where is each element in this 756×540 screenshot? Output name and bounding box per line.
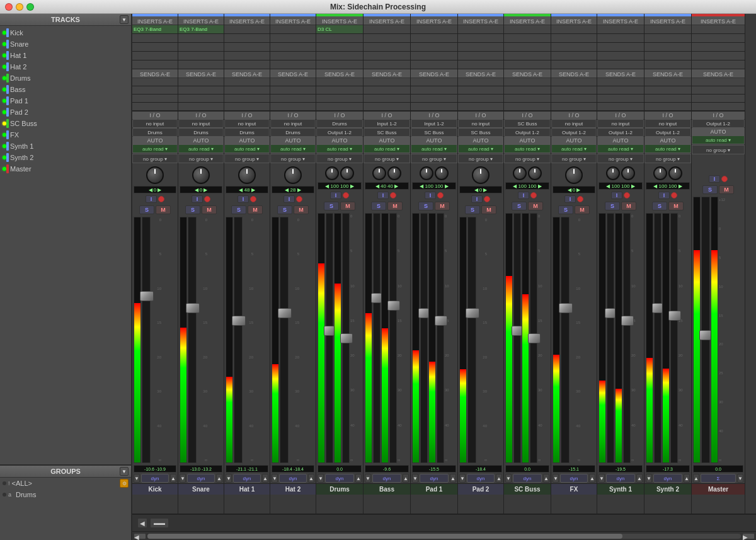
insert-slot-0[interactable] <box>551 25 597 34</box>
group-dropdown[interactable]: no group ▾ <box>551 154 597 163</box>
send-slot-2[interactable] <box>270 95 316 103</box>
auto-dropdown[interactable]: auto read ▾ <box>551 144 597 153</box>
pan-knob[interactable] <box>146 166 164 184</box>
input-btn[interactable]: I <box>377 192 389 199</box>
send-slot-3[interactable] <box>132 103 178 111</box>
send-slot-1[interactable] <box>644 86 691 95</box>
send-slot-3[interactable] <box>364 103 410 111</box>
insert-slot-1[interactable] <box>132 34 178 43</box>
down-arrow[interactable]: ▼ <box>459 474 466 483</box>
solo-btn[interactable]: S <box>418 202 433 210</box>
insert-slot-2[interactable] <box>458 43 503 52</box>
record-btn[interactable] <box>530 192 537 198</box>
window-controls[interactable] <box>5 3 34 11</box>
send-slot-1[interactable] <box>692 86 745 95</box>
group-dropdown[interactable]: no group ▾ <box>411 154 457 163</box>
insert-slot-4[interactable] <box>364 60 410 69</box>
auto-dropdown[interactable]: auto read ▾ <box>458 144 503 153</box>
insert-slot-1[interactable] <box>551 34 597 43</box>
up-arrow[interactable]: ▲ <box>589 474 595 483</box>
auto-dropdown[interactable]: auto read ▾ <box>504 144 551 153</box>
dyn-btn[interactable]: dyn <box>467 474 495 483</box>
send-slot-0[interactable] <box>270 78 316 86</box>
input-btn[interactable]: I <box>330 192 341 199</box>
insert-slot-4[interactable] <box>551 60 597 69</box>
insert-slot-4[interactable] <box>132 60 178 69</box>
insert-slot-3[interactable] <box>316 52 363 60</box>
send-slot-1[interactable] <box>551 86 597 95</box>
pan-knob-r[interactable] <box>528 166 542 180</box>
insert-slot-2[interactable] <box>551 43 597 52</box>
insert-slot-3[interactable] <box>551 52 597 60</box>
fader-thumb-r[interactable] <box>387 301 400 311</box>
fader-rail-l[interactable] <box>654 213 662 463</box>
send-slot-0[interactable] <box>504 78 551 86</box>
send-slot-3[interactable] <box>270 103 316 111</box>
send-slot-0[interactable] <box>458 78 503 86</box>
up-arrow[interactable]: ▲ <box>450 474 456 483</box>
insert-slot-3[interactable] <box>178 52 224 60</box>
solo-btn[interactable]: S <box>185 205 200 214</box>
insert-slot-4[interactable] <box>270 60 316 69</box>
send-slot-2[interactable] <box>364 95 410 103</box>
insert-slot-0[interactable] <box>458 25 503 34</box>
output-dropdown[interactable]: Output 1-2 <box>597 128 644 137</box>
fader-rail[interactable] <box>561 217 570 463</box>
insert-slot-4[interactable] <box>644 60 691 69</box>
insert-slot-0[interactable]: EQ3 7-Band <box>132 25 178 34</box>
send-slot-2[interactable] <box>597 95 644 103</box>
group-dropdown[interactable]: no group ▾ <box>270 154 316 163</box>
track-item-hat2[interactable]: Hat 2 <box>0 61 131 72</box>
insert-slot-3[interactable] <box>411 52 457 60</box>
send-slot-2[interactable] <box>316 95 363 103</box>
fader-thumb-r[interactable] <box>668 311 681 321</box>
record-btn[interactable] <box>343 192 349 198</box>
output-dropdown[interactable]: Output 1-2 <box>504 128 551 137</box>
fader-rail-r[interactable] <box>342 213 350 463</box>
mute-btn[interactable]: M <box>668 202 684 210</box>
send-slot-3[interactable] <box>692 103 745 111</box>
down-arrow[interactable]: ▼ <box>272 474 278 483</box>
input-btn[interactable]: I <box>238 195 249 203</box>
input-dropdown[interactable]: no input <box>644 119 691 128</box>
input-btn[interactable]: I <box>564 195 576 203</box>
up-arrow[interactable]: ▲ <box>496 474 502 483</box>
group-dropdown[interactable]: no group ▾ <box>458 154 503 163</box>
pan-knob-l[interactable] <box>325 166 339 180</box>
pan-knob-l[interactable] <box>606 166 620 180</box>
send-slot-1[interactable] <box>132 86 178 95</box>
insert-slot-0[interactable] <box>504 25 551 34</box>
solo-btn[interactable]: S <box>652 202 667 210</box>
send-slot-2[interactable] <box>224 95 270 103</box>
send-slot-0[interactable] <box>644 78 691 86</box>
insert-slot-4[interactable] <box>458 60 503 69</box>
output-dropdown[interactable]: Output 1-2 <box>551 128 597 137</box>
pan-knob-r[interactable] <box>435 166 449 180</box>
insert-slot-2[interactable] <box>316 43 363 52</box>
send-slot-0[interactable] <box>132 78 178 86</box>
pan-knob-r[interactable] <box>340 166 354 180</box>
send-slot-0[interactable] <box>364 78 410 86</box>
record-btn[interactable] <box>437 192 444 198</box>
group-drums[interactable]: a Drums <box>0 489 131 500</box>
pan-knob[interactable] <box>565 166 583 184</box>
insert-slot-0[interactable] <box>597 25 644 34</box>
output-dropdown[interactable]: SC Buss <box>364 128 410 137</box>
down-arrow[interactable]: ▼ <box>598 474 605 483</box>
record-btn[interactable] <box>671 192 677 198</box>
down-arrow[interactable]: ▼ <box>134 474 140 483</box>
close-button[interactable] <box>5 3 13 11</box>
send-slot-3[interactable] <box>178 103 224 111</box>
send-slot-3[interactable] <box>316 103 363 111</box>
send-slot-3[interactable] <box>504 103 551 111</box>
fader-rail[interactable] <box>467 217 476 463</box>
input-dropdown[interactable]: no input <box>270 119 316 128</box>
send-slot-1[interactable] <box>178 86 224 95</box>
fader-thumb-r[interactable] <box>435 316 447 326</box>
insert-slot-2[interactable] <box>644 43 691 52</box>
auto-dropdown[interactable]: auto read ▾ <box>132 144 178 153</box>
up-arrow[interactable]: ▲ <box>684 474 690 483</box>
group-dropdown[interactable]: no group ▾ <box>224 154 270 163</box>
up-arrow[interactable]: ▲ <box>308 474 314 483</box>
maximize-button[interactable] <box>26 3 34 11</box>
